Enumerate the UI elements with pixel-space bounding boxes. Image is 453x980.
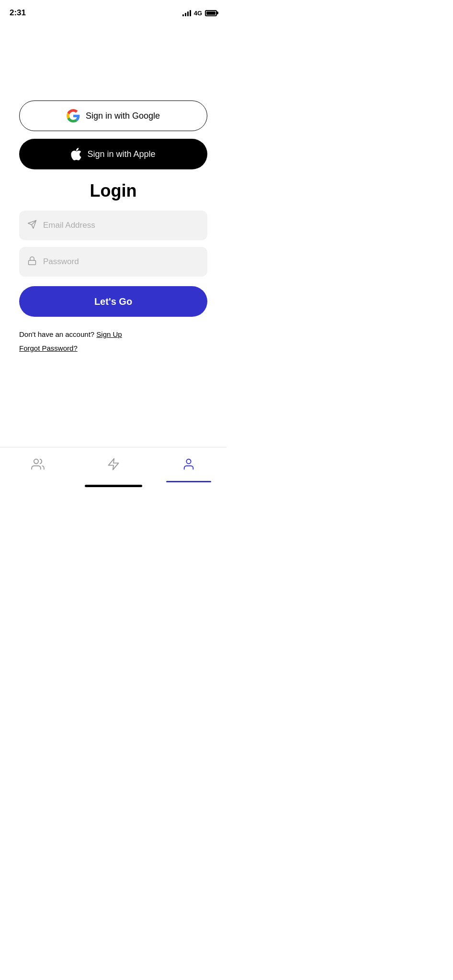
svg-point-5 [187,459,191,463]
tab-profile[interactable] [151,457,226,471]
signal-bar-3 [187,11,189,16]
main-content: Sign in with Google Sign in with Apple L… [0,24,226,352]
profile-icon [182,457,195,471]
forgot-password-link[interactable]: Forgot Password? [19,344,207,352]
tab-community[interactable] [0,457,76,471]
battery-icon [205,10,217,16]
status-time: 2:31 [10,8,26,18]
signal-text: 4G [194,10,202,17]
signup-link[interactable]: Sign Up [96,330,122,338]
apple-signin-label: Sign in with Apple [87,149,155,159]
svg-marker-4 [108,458,118,469]
tab-active-indicator [166,481,212,482]
community-icon [31,457,45,471]
status-bar: 2:31 4G [0,0,226,24]
submit-label: Let's Go [94,296,132,307]
email-field-container [19,211,207,240]
status-right: 4G [182,10,217,17]
google-signin-label: Sign in with Google [86,111,160,121]
no-account-text: Don't have an account? Sign Up [19,330,207,338]
svg-point-3 [34,459,38,463]
home-indicator [85,485,142,487]
apple-icon [71,148,81,160]
tab-bar [0,447,226,490]
signal-bar-1 [182,14,184,16]
google-signin-button[interactable]: Sign in with Google [19,100,207,131]
google-icon [67,109,80,122]
lock-icon [27,256,37,268]
submit-button[interactable]: Let's Go [19,286,207,317]
signal-bar-4 [190,10,191,16]
password-field-container [19,247,207,277]
email-input[interactable] [43,221,200,230]
svg-rect-2 [29,260,36,265]
login-title: Login [19,181,207,201]
lock-svg-icon [27,256,37,266]
bolt-icon [107,457,120,471]
signal-bar-2 [185,13,186,16]
account-links: Don't have an account? Sign Up Forgot Pa… [19,330,207,352]
signal-bars [182,10,191,16]
password-input[interactable] [43,257,200,267]
send-icon [27,220,37,229]
tab-bolt[interactable] [76,457,151,471]
apple-signin-button[interactable]: Sign in with Apple [19,139,207,169]
email-icon [27,220,37,232]
